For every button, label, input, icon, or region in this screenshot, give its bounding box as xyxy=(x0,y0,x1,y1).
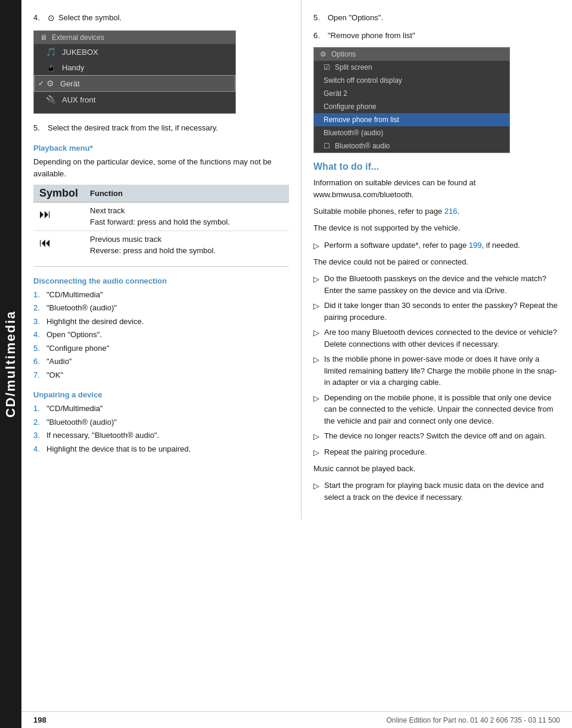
next-track-symbol: ⏭ xyxy=(33,202,84,231)
table-row-next: ⏭ Next track Fast forward: press and hol… xyxy=(33,202,289,231)
step-5-right: 5. Open "Options". xyxy=(313,12,560,24)
step-text: "CD/Multimedia" xyxy=(46,289,102,301)
check-icon: ✓ xyxy=(38,79,44,88)
list-item: ▷ Do the Bluetooth passkeys on the devic… xyxy=(313,273,560,296)
step-num: 4. xyxy=(33,443,46,455)
bullet1-prefix: Perform a software update*, refer to pag… xyxy=(324,241,469,250)
arrow-icon: ▷ xyxy=(313,431,321,443)
list-item: ▷ Perform a software update*, refer to p… xyxy=(313,239,560,252)
para5: Music cannot be played back. xyxy=(313,463,560,475)
options-screenshot: ⚙ Options ☑ Split screen Switch off cont… xyxy=(313,47,510,153)
step-text: "OK" xyxy=(46,369,63,381)
step-5-left: 5. Select the desired track from the lis… xyxy=(33,122,289,134)
page-footer: 198 Online Edition for Part no. 01 40 2 … xyxy=(21,711,572,728)
list-item: 5."Configure phone" xyxy=(33,343,289,354)
device-row-handy: 📱 Handy xyxy=(34,60,235,75)
para2: Suitable mobile phones, refer to page 21… xyxy=(313,206,560,217)
gerat-text: Gerät xyxy=(60,79,80,88)
arrow-icon: ▷ xyxy=(313,273,321,285)
list-item: 1."CD/Multimedia" xyxy=(33,289,289,301)
bullets3: ▷ Start the program for playing back mus… xyxy=(313,480,560,503)
para2-prefix: Suitable mobile phones, refer to page xyxy=(313,207,444,216)
step-text: Open "Options". xyxy=(46,329,102,341)
side-label-text: CD/multimedia xyxy=(3,310,18,418)
step-text: "Audio" xyxy=(46,356,72,368)
unpair-list: 1."CD/Multimedia" 2."Bluetooth® (audio)"… xyxy=(33,403,289,455)
next-track-line2: Fast forward: press and hold the symbol. xyxy=(90,216,283,228)
device-screenshot: 🖥 External devices 🎵 JUKEBOX 📱 Handy ✓ ⚙… xyxy=(33,30,236,114)
remove-text: Remove phone from list xyxy=(324,116,399,124)
arrow-icon: ▷ xyxy=(313,300,321,312)
bt-audio-label-text: Bluetooth® (audio) xyxy=(324,129,383,137)
next-track-desc: Next track Fast forward: press and hold … xyxy=(84,202,289,231)
table-row-prev: ⏮ Previous music track Reverse: press an… xyxy=(33,231,289,259)
step-4-text: Select the symbol. xyxy=(58,12,122,24)
bullet1-text: Perform a software update*, refer to pag… xyxy=(324,239,520,251)
para2-suffix: . xyxy=(457,207,459,216)
step-num: 3. xyxy=(33,316,46,328)
step-num: 4. xyxy=(33,329,46,341)
playback-heading: Playback menu* xyxy=(33,144,289,153)
para3: The device is not supported by the vehic… xyxy=(313,222,560,234)
para1: Information on suitable devices can be f… xyxy=(313,177,560,201)
device-header-title: External devices xyxy=(52,33,104,42)
step-num: 2. xyxy=(33,302,46,314)
device-header: 🖥 External devices xyxy=(34,31,235,44)
handy-icon: 📱 xyxy=(46,63,56,72)
step-text: Highlight the desired device. xyxy=(46,316,144,328)
list-item: 7."OK" xyxy=(33,369,289,381)
list-item: ▷ Is the mobile phone in power-save mode… xyxy=(313,353,560,388)
bullet-text: The device no longer reacts? Switch the … xyxy=(324,430,546,442)
switch-text: Switch off control display xyxy=(324,76,402,85)
options-row-bt-audio: ☐ Bluetooth® audio xyxy=(314,139,509,153)
step-num: 1. xyxy=(33,289,46,301)
device-row-gerat: ✓ ⚙ Gerät xyxy=(34,75,235,92)
arrow-icon: ▷ xyxy=(313,480,321,492)
unpair-heading: Unpairing a device xyxy=(33,390,289,399)
options-header-title: Options xyxy=(331,50,356,58)
device-header-icon: 🖥 xyxy=(40,33,47,42)
gerat-settings-icon: ⚙ xyxy=(46,79,54,88)
bullets1: ▷ Perform a software update*, refer to p… xyxy=(313,239,560,252)
arrow-icon: ▷ xyxy=(313,393,321,405)
step-text: "CD/Multimedia" xyxy=(46,403,102,415)
split-text: Split screen xyxy=(335,63,372,71)
step-5-left-text: Select the desired track from the list, … xyxy=(48,122,218,134)
options-header-icon: ⚙ xyxy=(320,50,327,58)
split-check-icon: ☑ xyxy=(324,63,330,71)
jukebox-text: JUKEBOX xyxy=(62,48,98,57)
options-row-switch: Switch off control display xyxy=(314,74,509,87)
list-item: 6."Audio" xyxy=(33,356,289,368)
list-item: ▷ The device no longer reacts? Switch th… xyxy=(313,430,560,443)
step-num: 1. xyxy=(33,403,46,415)
list-item: ▷ Repeat the pairing procedure. xyxy=(313,446,560,459)
step-4-num: 4. xyxy=(33,12,44,24)
step-text: "Bluetooth® (audio)" xyxy=(46,302,117,314)
step-5-right-num: 5. xyxy=(313,12,324,24)
bullet-text: Are too many Bluetooth devices connected… xyxy=(324,326,560,350)
step-num: 6. xyxy=(33,356,46,368)
arrow-icon: ▷ xyxy=(313,327,321,339)
options-row-remove: Remove phone from list xyxy=(314,113,509,126)
step-6-right-text: "Remove phone from list" xyxy=(328,30,415,42)
bullet-text: Depending on the mobile phone, it is pos… xyxy=(324,392,560,427)
arrow-icon: ▷ xyxy=(313,447,321,459)
para2-link[interactable]: 216 xyxy=(444,207,458,216)
configure-text: Configure phone xyxy=(324,102,377,111)
bt-audio-text: Bluetooth® audio xyxy=(335,142,390,150)
step-6-right-num: 6. xyxy=(313,30,324,42)
left-column: 4. ⊙ Select the symbol. 🖥 External devic… xyxy=(21,0,301,519)
bullet-text: Start the program for playing back music… xyxy=(324,480,560,503)
bullet1-link[interactable]: 199 xyxy=(469,241,482,250)
step-5-right-text: Open "Options". xyxy=(328,12,383,24)
bullet1-suffix: , if needed. xyxy=(482,241,520,250)
step-text: "Bluetooth® (audio)" xyxy=(46,416,117,428)
options-row-gerat2: Gerät 2 xyxy=(314,87,509,100)
table-header-function: Function xyxy=(84,185,289,203)
list-item: 1."CD/Multimedia" xyxy=(33,403,289,415)
table-header-symbol: Symbol xyxy=(33,185,84,203)
prev-track-symbol: ⏮ xyxy=(33,231,84,259)
device-row-aux: 🔌 AUX front xyxy=(34,92,235,107)
step-num: 3. xyxy=(33,430,46,441)
step-4-icon: ⊙ xyxy=(48,12,55,24)
